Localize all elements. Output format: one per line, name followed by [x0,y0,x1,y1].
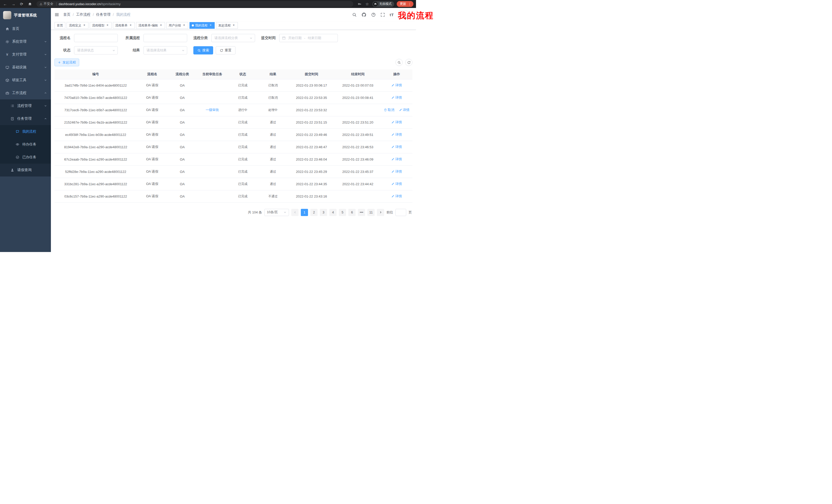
page-button-11[interactable]: 11 [367,209,374,216]
page-button-1[interactable]: 1 [301,209,308,216]
tab-label: 流程表单 [115,23,128,28]
sidebar-item-todo-tasks[interactable]: 待办任务 [0,138,51,151]
process-name-input[interactable] [74,34,118,42]
page-button-3[interactable]: 3 [320,209,327,216]
reset-button[interactable]: 重置 [216,46,235,54]
tab-start-process[interactable]: 发起流程 × [216,22,238,29]
browser-forward-button[interactable]: → [11,2,16,7]
browser-home-button[interactable] [27,2,32,7]
sidebar-item-process-management[interactable]: 流程管理 [0,100,51,112]
tab-label: 流程表单-编辑 [138,23,158,28]
breadcrumb-item-home[interactable]: 首页 [63,12,71,17]
sidebar-item-infrastructure[interactable]: 基础设施 [0,61,51,74]
close-icon[interactable]: × [106,24,109,27]
update-button[interactable]: 更新 ⋮ [397,1,413,7]
page-button-2[interactable]: 2 [310,209,317,216]
close-icon[interactable]: × [182,24,186,27]
owner-process-input[interactable] [144,34,187,42]
submit-time-range-picker[interactable]: 开始日期 - 结束日期 [279,34,338,42]
detail-link[interactable]: 详情 [391,132,402,137]
tab-home[interactable]: 首页 [54,22,65,29]
sidebar-item-my-process[interactable]: 我的流程 [0,125,51,138]
pagination-ellipsis[interactable]: ••• [358,209,365,216]
sidebar-item-devtools[interactable]: 研发工具 [0,74,51,87]
close-icon[interactable]: × [129,24,132,27]
bookmark-star-icon[interactable]: ☆ [365,2,370,7]
toolbar-search-icon-button[interactable] [395,59,402,66]
close-icon[interactable]: × [159,24,163,27]
close-icon[interactable]: × [209,24,212,27]
tab-user-group[interactable]: 用户分组 × [166,22,188,29]
table-row: 3ad174fb-7b9d-11ec-8404-acde48001122 OA … [54,79,412,91]
user-avatar[interactable] [399,10,411,19]
end-time: 2022-01-22 23:46:09 [342,158,373,161]
browser-right-controls: ☆ 无痕模式 更新 ⋮ [357,1,413,7]
briefcase-icon [5,91,9,95]
breadcrumb-item-workflow[interactable]: 工作流程 [76,12,90,17]
detail-link[interactable]: 详情 [391,83,402,88]
search-icon[interactable] [352,12,357,17]
result-select[interactable]: 请选择流结果 [144,46,187,54]
detail-link[interactable]: 详情 [391,157,402,162]
submit-time: 2022-01-22 23:46:47 [296,145,327,149]
toolbar-refresh-icon-button[interactable] [405,59,412,66]
close-icon[interactable]: × [232,24,235,27]
detail-link[interactable]: 详情 [391,120,402,124]
jump-suffix: 页 [409,210,412,215]
sidebar-item-task-management[interactable]: 任务管理 [0,112,51,125]
tab-process-form-edit[interactable]: 流程表单-编辑 × [136,22,165,29]
status-label: 状态 [54,48,71,53]
tab-my-process[interactable]: 我的流程 × [189,22,215,29]
search-button[interactable]: 搜索 [193,46,213,54]
github-icon[interactable] [362,12,366,17]
detail-link[interactable]: 详情 [391,145,402,149]
fullscreen-icon[interactable] [381,12,385,17]
box-icon [5,78,9,82]
detail-link[interactable]: 详情 [391,95,402,100]
tab-process-model[interactable]: 流程模型 × [90,22,111,29]
detail-link[interactable]: 详情 [391,194,402,199]
browser-back-button[interactable]: ← [3,2,8,7]
current-task-link[interactable]: 一级审批 [206,108,219,112]
sidebar-item-home[interactable]: 首页 [0,22,51,35]
sidebar-item-leave-query[interactable]: 请假查询 [0,164,51,176]
detail-link[interactable]: 详情 [391,169,402,174]
detail-link[interactable]: 详情 [391,181,402,186]
page-size-select[interactable]: 10条/页 [264,209,289,216]
detail-link[interactable]: 详情 [399,108,410,112]
close-icon[interactable]: × [82,24,86,27]
hamburger-icon[interactable] [54,12,59,17]
end-time: 2022-01-22 23:51:20 [342,120,373,124]
cancel-link[interactable]: 取消 [384,108,394,112]
browser-menu-icon[interactable]: ⋮ [408,2,411,6]
password-key-icon[interactable] [357,2,362,7]
page-button-5[interactable]: 5 [339,209,346,216]
chevron-up-icon [44,92,47,94]
start-process-button[interactable]: 发起流程 [54,59,79,66]
sidebar-item-payment[interactable]: ¥ 支付管理 [0,48,51,61]
col-actions: 操作 [381,69,412,79]
incognito-badge: 无痕模式 [372,1,394,7]
page-jump-input[interactable] [395,209,406,216]
font-size-icon[interactable]: tT [390,12,394,17]
tab-process-form[interactable]: 流程表单 × [113,22,135,29]
app-logo[interactable]: 芋道管理系统 [0,8,51,22]
breadcrumb-separator: / [93,12,94,17]
page-button-4[interactable]: 4 [329,209,337,216]
prev-page-button[interactable] [291,209,298,216]
sidebar-item-workflow[interactable]: 工作流程 [0,87,51,100]
browser-reload-button[interactable]: ⟳ [19,2,24,7]
help-icon[interactable] [371,12,375,17]
status-select[interactable]: 请选择状态 [74,46,118,54]
tab-process-definition[interactable]: 流程定义 × [67,22,88,29]
status-badge: 已完成 [235,132,250,138]
next-page-button[interactable] [377,209,384,216]
sidebar-item-done-tasks[interactable]: 已办任务 [0,151,51,164]
address-bar[interactable]: ⚠ 不安全 dashboard.yudao.iocoder.cn/bpm/tas… [36,1,353,7]
breadcrumb: 首页 / 工作流程 / 任务管理 / 我的流程 [63,12,131,17]
breadcrumb-item-task-management[interactable]: 任务管理 [96,12,110,17]
category-select[interactable]: 请选择流程分类 [211,34,255,42]
process-id: 7317cec6-7b9b-11ec-b5b7-acde48001122 [64,108,127,112]
page-button-6[interactable]: 6 [348,209,356,216]
sidebar-item-system[interactable]: 系统管理 [0,35,51,48]
